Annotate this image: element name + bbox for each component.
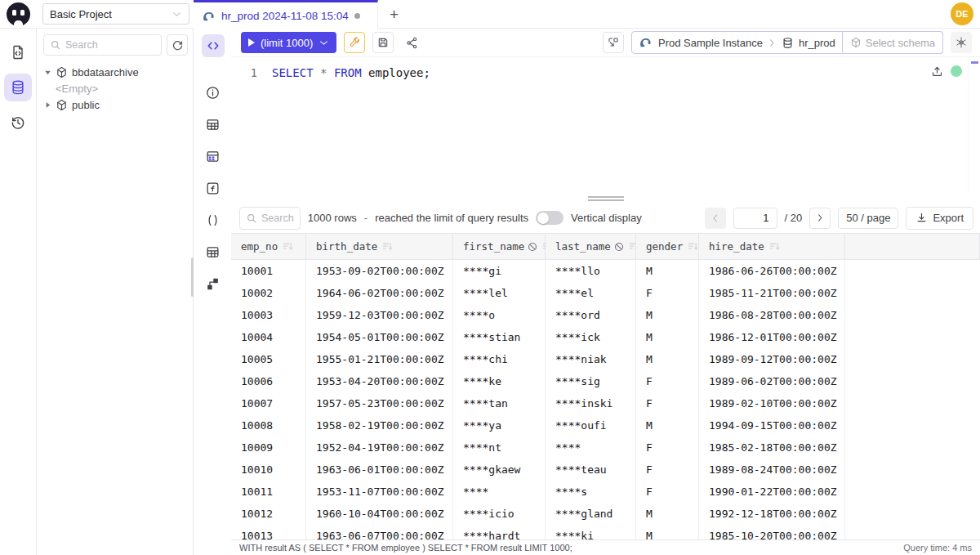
cell-emp_no[interactable]: 10001 [231,260,306,282]
column-header-gender[interactable]: gender [636,233,699,260]
caret-right-icon[interactable] [43,101,51,109]
prev-page-button[interactable] [705,208,726,229]
rail-button-database-icon[interactable] [4,74,32,101]
cell-emp_no[interactable]: 10013 [231,525,306,539]
new-tab-button[interactable]: + [384,4,404,25]
editor-rail-button-parentheses-icon[interactable] [202,208,225,231]
chevron-down-icon[interactable] [318,38,329,48]
column-header-birth_date[interactable]: birth_date [306,233,453,260]
cell-last_name[interactable]: ****teau [546,459,636,481]
cell-gender[interactable]: F [636,392,699,414]
cell-hire_date[interactable]: 1985-10-20T00:00:00Z [699,525,845,539]
cell-hire_date[interactable]: 1989-02-10T00:00:00Z [699,392,845,414]
results-search-input[interactable] [261,213,294,224]
editor-rail-button-function-icon[interactable] [202,177,225,199]
tree-item-bbdataarchive[interactable]: bbdataarchive [43,64,193,80]
column-header-first_name[interactable]: first_name [453,233,546,260]
cell-birth_date[interactable]: 1953-04-20T00:00:00Z [306,370,453,392]
cell-first_name[interactable]: ****icio [453,503,546,525]
cell-first_name[interactable]: **** [453,481,546,503]
cell-first_name[interactable]: ****hardt [453,525,546,539]
cell-hire_date[interactable]: 1989-08-24T00:00:00Z [699,459,845,481]
editor-rail-button-info-icon[interactable] [202,81,225,104]
sort-icon[interactable] [769,241,780,252]
cell-birth_date[interactable]: 1958-02-19T00:00:00Z [306,414,453,436]
cell-last_name[interactable]: ****sig [546,370,636,392]
editor-rail-button-table-alt-icon[interactable] [202,240,225,263]
editor-rail-button-code-icon[interactable] [202,34,225,57]
sort-icon[interactable] [688,241,698,252]
cell-emp_no[interactable]: 10009 [231,436,306,459]
column-header-hire_date[interactable]: hire_date [699,233,845,260]
cell-last_name[interactable]: ****el [546,282,636,304]
admin-wrench-button[interactable] [344,32,365,53]
cell-birth_date[interactable]: 1955-01-21T00:00:00Z [306,348,453,370]
cell-first_name[interactable]: ****o [453,304,546,326]
cell-last_name[interactable]: ****oufi [546,414,636,436]
cell-gender[interactable]: M [636,414,699,436]
cell-emp_no[interactable]: 10004 [231,326,306,348]
cell-emp_no[interactable]: 10007 [231,392,306,414]
cell-gender[interactable]: F [636,459,699,481]
cell-last_name[interactable]: ****gland [546,503,636,525]
vertical-display-toggle[interactable] [536,211,564,225]
cell-last_name[interactable]: ****ick [546,326,636,348]
schema-selector[interactable]: Select schema [843,31,943,54]
cell-birth_date[interactable]: 1959-12-03T00:00:00Z [306,304,453,326]
save-button[interactable] [372,32,394,53]
cell-gender[interactable]: F [636,370,699,392]
cell-first_name[interactable]: ****chi [453,348,546,370]
cell-emp_no[interactable]: 10012 [231,503,306,525]
next-page-button[interactable] [809,208,831,229]
editor-rail-button-schema-diagram-icon[interactable] [202,272,225,295]
share-button[interactable] [401,32,422,53]
cell-last_name[interactable]: ****niak [546,348,636,370]
cell-birth_date[interactable]: 1963-06-01T00:00:00Z [306,459,453,481]
column-header-last_name[interactable]: last_name [546,233,636,260]
user-avatar[interactable]: DE [951,2,973,25]
cell-emp_no[interactable]: 10010 [231,459,306,481]
page-number-input[interactable] [733,208,777,229]
cell-birth_date[interactable]: 1960-10-04T00:00:00Z [306,503,453,525]
format-sql-button[interactable] [603,32,624,53]
instance-database-selector[interactable]: Prod Sample Instance hr_prod [631,31,843,54]
cell-first_name[interactable]: ****tan [453,392,546,414]
column-header-emp_no[interactable]: emp_no [231,233,306,260]
sidebar-resize-handle[interactable] [191,257,194,297]
ai-assistant-button[interactable] [951,32,972,53]
cell-last_name[interactable]: ****ord [546,304,636,326]
rail-button-worksheet-icon[interactable] [4,38,32,66]
cell-birth_date[interactable]: 1964-06-02T00:00:00Z [306,282,453,304]
export-button[interactable]: Export [906,207,973,230]
run-query-button[interactable]: (limit 1000) [241,32,336,53]
project-selector[interactable]: Basic Project [42,3,189,25]
cell-emp_no[interactable]: 10006 [231,370,306,392]
cell-birth_date[interactable]: 1963-06-07T00:00:00Z [306,525,453,539]
cell-gender[interactable]: M [636,260,699,282]
cell-hire_date[interactable]: 1989-06-02T00:00:00Z [699,370,845,392]
cell-first_name[interactable]: ****stian [453,326,546,348]
cell-emp_no[interactable]: 10008 [231,414,306,436]
cell-emp_no[interactable]: 10005 [231,348,306,370]
cell-hire_date[interactable]: 1985-02-18T00:00:00Z [699,436,845,459]
cell-gender[interactable]: M [636,525,699,539]
cell-last_name[interactable]: **** [546,436,636,459]
cell-first_name[interactable]: ****nt [453,436,546,459]
cell-gender[interactable]: F [636,481,699,503]
cell-emp_no[interactable]: 10011 [231,481,306,503]
cell-gender[interactable]: M [636,326,699,348]
rail-button-history-icon[interactable] [4,109,32,137]
cell-hire_date[interactable]: 1990-01-22T00:00:00Z [699,481,845,503]
cell-last_name[interactable]: ****llo [546,260,636,282]
cell-first_name[interactable]: ****gi [453,260,546,282]
cell-gender[interactable]: F [636,282,699,304]
panel-drag-handle[interactable] [588,196,624,201]
cell-gender[interactable]: F [636,436,699,459]
cell-first_name[interactable]: ****gkaew [453,459,546,481]
editor-rail-button-table-data-icon[interactable] [202,145,225,168]
editor-rail-button-table-icon[interactable] [202,113,225,136]
page-size-selector[interactable]: 50 / page [838,208,898,229]
caret-down-icon[interactable] [43,69,51,76]
sidebar-search-input[interactable] [65,39,155,51]
cell-hire_date[interactable]: 1986-08-28T00:00:00Z [699,304,845,326]
